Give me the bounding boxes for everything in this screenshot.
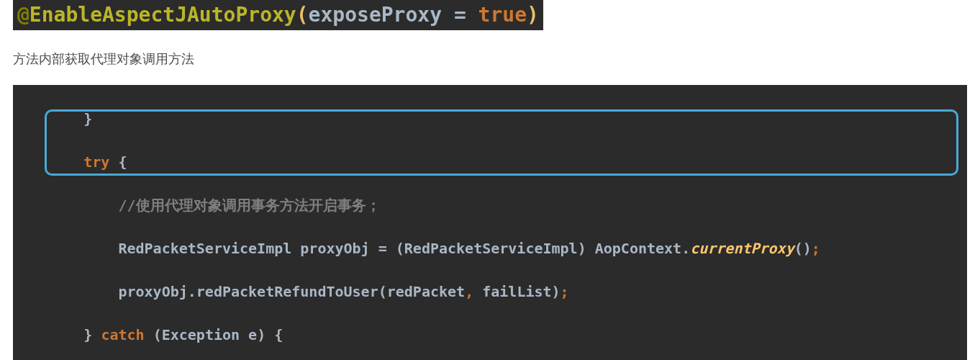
param-key: exposeProxy — [309, 3, 442, 27]
semicolon: ; — [812, 240, 820, 257]
dot: . — [681, 240, 690, 257]
brace-open: { — [274, 326, 283, 343]
brace-open: { — [118, 153, 127, 171]
semicolon: ; — [561, 283, 569, 300]
exception-type: Exception — [162, 326, 248, 343]
paren-open: ( — [153, 326, 162, 343]
paren-close: ) — [552, 283, 561, 300]
param-value: true — [478, 3, 527, 27]
comma: , — [465, 283, 482, 300]
arg1: redPacket — [387, 283, 465, 300]
call-parens: () — [794, 240, 812, 257]
open-paren: ( — [296, 3, 309, 27]
close-paren: ) — [527, 3, 539, 27]
assign: = — [370, 240, 396, 257]
equals: = — [442, 3, 478, 27]
code-block: } try { //使用代理对象调用事务方法开启事务； RedPacketSer… — [13, 85, 967, 360]
var-ref: proxyObj — [23, 283, 188, 300]
dot: . — [188, 283, 196, 300]
static-method: currentProxy — [690, 240, 794, 257]
paragraph-before: 方法内部获取代理对象调用方法 — [13, 50, 967, 68]
context-class: AopContext — [595, 240, 681, 257]
brace-close: } — [23, 326, 101, 343]
exception-var: e — [248, 326, 257, 343]
var-name: proxyObj — [300, 240, 369, 257]
annotation-name: EnableAspectJAutoProxy — [30, 3, 296, 27]
type-name: RedPacketServiceImpl — [23, 240, 300, 257]
code-comment: //使用代理对象调用事务方法开启事务； — [23, 197, 381, 214]
method-call: redPacketRefundToUser — [196, 283, 378, 300]
paren-open: ( — [396, 240, 404, 257]
paren-close: ) — [578, 240, 595, 257]
paren-close: ) — [257, 326, 274, 343]
at-sign: @ — [17, 3, 30, 27]
code-brace: } — [23, 110, 92, 127]
paren-open: ( — [378, 283, 387, 300]
try-keyword: try — [23, 153, 118, 171]
catch-keyword: catch — [101, 326, 153, 343]
annotation-code-inline: @EnableAspectJAutoProxy(exposeProxy = tr… — [13, 0, 543, 30]
cast-type: RedPacketServiceImpl — [404, 240, 578, 257]
arg2: failList — [482, 283, 551, 300]
